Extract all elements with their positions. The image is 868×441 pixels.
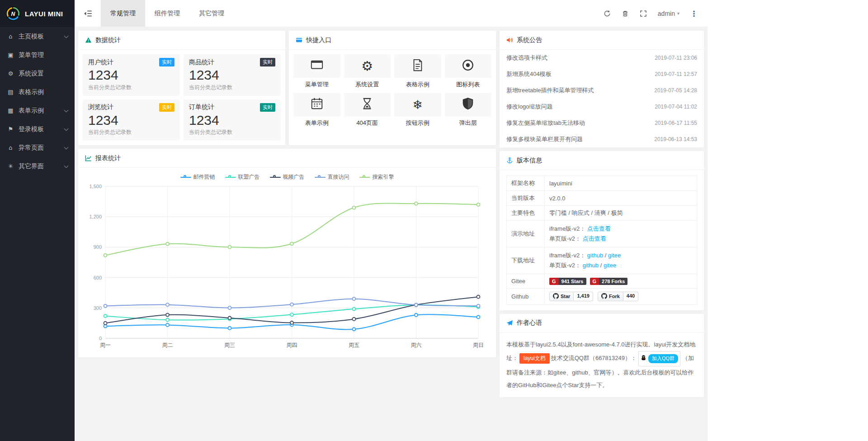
version-line: 单页版-v2： github / gitee bbox=[549, 261, 692, 270]
version-row-label: Gitee bbox=[507, 274, 545, 289]
version-link[interactable]: 点击查看 bbox=[587, 225, 611, 232]
gitee-badge[interactable]: G941 Stars bbox=[549, 278, 586, 285]
svg-text:N: N bbox=[11, 11, 16, 17]
card-title: 系统公告 bbox=[517, 36, 542, 44]
content: 数据统计 用户统计实时1234当前分类总记录数商品统计实时1234当前分类总记录… bbox=[75, 27, 708, 441]
sidebar-item-menu-manage[interactable]: ▣菜单管理 bbox=[0, 46, 75, 64]
chevron-down-icon bbox=[64, 145, 69, 149]
sidebar-item-form-example[interactable]: ▦表单示例 bbox=[0, 101, 75, 120]
legend-label: 直接访问 bbox=[328, 173, 349, 181]
quick-entry-form-example[interactable]: 表单示例 bbox=[293, 93, 340, 128]
github-star-button[interactable]: Star1,419 bbox=[549, 292, 593, 301]
notice-text: 新增treetable插件和菜单管理样式 bbox=[506, 86, 594, 95]
version-link[interactable]: github bbox=[587, 252, 603, 259]
version-row-label: 框架名称 bbox=[507, 176, 545, 191]
notice-item[interactable]: 新增treetable插件和菜单管理样式2019-07-05 14:28 bbox=[500, 82, 704, 99]
svg-text:900: 900 bbox=[94, 244, 102, 250]
sidebar-item-table-example[interactable]: ▤表格示例 bbox=[0, 83, 75, 101]
sidebar-item-other-ui[interactable]: ✳其它界面 bbox=[0, 157, 75, 175]
qq-icon bbox=[641, 352, 646, 365]
svg-text:周六: 周六 bbox=[411, 342, 422, 348]
version-link[interactable]: 点击查看 bbox=[583, 235, 606, 242]
tab-other[interactable]: 其它管理 bbox=[189, 0, 234, 27]
notice-card: 系统公告 修改选项卡样式2019-07-11 23:06新增系统404模板201… bbox=[500, 31, 704, 147]
refresh-button[interactable] bbox=[598, 0, 616, 27]
legend-item[interactable]: 直接访问 bbox=[315, 173, 349, 181]
line-chart-icon bbox=[85, 155, 92, 161]
sidebar-item-label: 主页模板 bbox=[19, 33, 44, 41]
github-icon bbox=[553, 293, 559, 300]
stats-grid: 用户统计实时1234当前分类总记录数商品统计实时1234当前分类总记录数浏览统计… bbox=[78, 50, 285, 145]
quick-entry-menu-manage[interactable]: 菜单管理 bbox=[293, 54, 340, 89]
notice-item[interactable]: 修改logo缩放问题2019-07-04 11:02 bbox=[500, 99, 704, 115]
sidebar-item-label: 登录模板 bbox=[19, 125, 44, 133]
github-fork-button[interactable]: Fork440 bbox=[598, 292, 638, 301]
fullscreen-button[interactable] bbox=[634, 0, 652, 27]
quick-entry-table-example[interactable]: 表格示例 bbox=[394, 54, 441, 89]
notice-item[interactable]: 修复左侧菜单缩放tab无法移动2019-06-17 11:55 bbox=[500, 115, 704, 131]
card-title: 作者心语 bbox=[517, 319, 542, 327]
sidebar-item-error-page[interactable]: ⌂异常页面 bbox=[0, 138, 75, 157]
sidebar-item-label: 表格示例 bbox=[19, 88, 44, 96]
legend-label: 视频广告 bbox=[283, 173, 305, 181]
gears-icon: ⚙ bbox=[361, 60, 373, 73]
legend-item[interactable]: 搜索引擎 bbox=[359, 173, 394, 181]
join-qq-group-badge[interactable]: 加入QQ群 bbox=[638, 351, 680, 366]
version-row-value: Star1,419Fork440 bbox=[545, 288, 697, 304]
tab-component[interactable]: 组件管理 bbox=[145, 0, 189, 27]
stats-card-header: 数据统计 bbox=[78, 31, 285, 50]
more-menu-button[interactable]: ⋮ bbox=[685, 0, 703, 27]
quick-entry-button-example[interactable]: ❄按钮示例 bbox=[394, 93, 441, 128]
notice-item[interactable]: 修改选项卡样式2019-07-11 23:06 bbox=[500, 50, 704, 66]
notice-item[interactable]: 修复多模块菜单栏展开有问题2019-06-13 14:53 bbox=[500, 131, 704, 147]
quick-entry-icon-list[interactable]: 图标列表 bbox=[445, 54, 492, 89]
sidebar-item-login-template[interactable]: ⚑登录模板 bbox=[0, 120, 75, 138]
user-menu[interactable]: admin ▾ bbox=[652, 10, 685, 17]
sidebar-item-label: 异常页面 bbox=[19, 144, 44, 152]
quick-entry-box bbox=[445, 93, 492, 116]
gitee-badge[interactable]: G278 Forks bbox=[590, 278, 628, 285]
qq-badge-text: 加入QQ群 bbox=[648, 354, 678, 363]
status-badge: 实时 bbox=[159, 58, 175, 66]
svg-text:1,200: 1,200 bbox=[89, 214, 102, 219]
quick-entry-page-404[interactable]: 404页面 bbox=[344, 93, 391, 128]
dot-circle-icon bbox=[461, 58, 475, 74]
chevron-down-icon bbox=[64, 108, 69, 112]
quick-entry-popup-layer[interactable]: 弹出层 bbox=[445, 93, 492, 128]
notice-item[interactable]: 新增系统404模板2019-07-11 12:57 bbox=[500, 66, 704, 82]
notice-text: 修改选项卡样式 bbox=[506, 54, 547, 62]
version-line: 单页版-v2： 点击查看 bbox=[549, 234, 692, 244]
card-title: 报表统计 bbox=[95, 154, 121, 162]
tab-regular[interactable]: 常规管理 bbox=[101, 0, 145, 27]
legend-item[interactable]: 视频广告 bbox=[270, 173, 305, 181]
version-row-value: v2.0.0 bbox=[545, 191, 697, 206]
sidebar-item-label: 系统设置 bbox=[19, 70, 44, 78]
quick-entry-box bbox=[394, 54, 441, 78]
line-series-icon bbox=[315, 175, 326, 180]
quick-card-header: 快捷入口 bbox=[289, 31, 496, 50]
quick-entry-label: 表单示例 bbox=[293, 119, 340, 127]
sidebar-item-label: 其它界面 bbox=[19, 162, 44, 171]
card-title: 数据统计 bbox=[95, 36, 121, 44]
line-series-icon bbox=[225, 175, 236, 180]
anchor-icon bbox=[506, 157, 513, 164]
legend-label: 邮件营销 bbox=[193, 173, 215, 181]
version-link[interactable]: github bbox=[583, 262, 599, 269]
clear-cache-button[interactable] bbox=[616, 0, 634, 27]
sidebar-toggle-button[interactable] bbox=[75, 0, 101, 27]
version-link[interactable]: gitee bbox=[604, 262, 616, 269]
layui-docs-badge[interactable]: layui文档 bbox=[519, 353, 550, 364]
notice-date: 2019-07-11 12:57 bbox=[655, 71, 697, 77]
asterisk-icon: ✳ bbox=[7, 163, 14, 170]
sidebar-item-system-setting[interactable]: ⚙系统设置 bbox=[0, 64, 75, 83]
legend-item[interactable]: 联盟广告 bbox=[225, 173, 260, 181]
quick-entry-system-setting[interactable]: ⚙系统设置 bbox=[344, 54, 391, 89]
logo[interactable]: N LAYUI MINI bbox=[0, 0, 75, 27]
status-badge: 实时 bbox=[159, 103, 175, 112]
version-link[interactable]: gitee bbox=[608, 252, 621, 259]
legend-item[interactable]: 邮件营销 bbox=[180, 173, 215, 181]
svg-text:周一: 周一 bbox=[100, 342, 111, 348]
sidebar-item-home-template[interactable]: ⌂主页模板 bbox=[0, 27, 75, 46]
version-card: 版本信息 框架名称layuimini当前版本v2.0.0主要特色零门槛 / 响应… bbox=[500, 151, 704, 310]
calendar-icon bbox=[310, 97, 324, 112]
